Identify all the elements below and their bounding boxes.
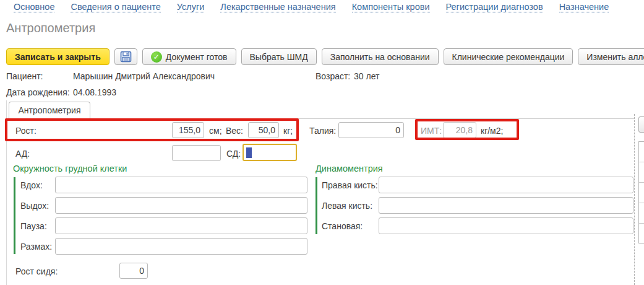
right-hand-input[interactable] [379, 177, 633, 193]
inhale-input[interactable] [55, 177, 307, 193]
nav-item-main[interactable]: Основное [14, 2, 54, 12]
waist-label: Талия: [309, 126, 336, 136]
weight-input[interactable] [248, 122, 279, 138]
top-nav: Основное Сведения о пациенте Услуги Лека… [14, 2, 609, 12]
right-hand-label: Правая кисть: [322, 180, 378, 190]
waist-input[interactable] [338, 122, 404, 138]
bmi-unit-label: кг/м2; [481, 126, 503, 136]
save-and-close-button[interactable]: Записать и закрыть [6, 48, 109, 65]
save-button[interactable] [114, 48, 137, 65]
sd-label: СД: [226, 149, 241, 159]
bmi-input [443, 122, 476, 138]
age-label: Возраст: [316, 71, 350, 81]
toolbar: Записать и закрыть ✓ Документ готов Выбр… [6, 48, 644, 65]
floppy-disk-icon [120, 51, 132, 63]
left-hand-input[interactable] [379, 197, 633, 214]
dynamometry-section-title: Динамоментрия [316, 164, 383, 173]
panel-splitter[interactable] [634, 114, 635, 285]
pause-input[interactable] [55, 217, 307, 234]
patient-label: Пациент: [6, 71, 43, 81]
height-label: Рост: [15, 126, 36, 136]
height-input[interactable] [172, 122, 204, 138]
range-input[interactable] [55, 238, 307, 255]
nav-item-services[interactable]: Услуги [177, 2, 205, 12]
dynamometry-section-bar [316, 177, 317, 234]
tabstrip-bottom-line [6, 118, 634, 119]
nav-item-drug-prescriptions[interactable]: Лекарственные назначения [220, 2, 335, 12]
fill-on-basis-button[interactable]: Заполнить на основании [322, 48, 439, 65]
exhale-input[interactable] [55, 197, 307, 214]
document-ready-label: Документ готов [166, 52, 228, 62]
nav-item-diagnosis-registrations[interactable]: Регистрации диагнозов [446, 2, 543, 12]
ad-label: АД: [15, 149, 30, 159]
document-ready-button[interactable]: ✓ Документ готов [142, 48, 236, 65]
range-label: Размах: [20, 242, 52, 252]
inhale-label: Вдох: [20, 180, 43, 190]
weight-label: Вес: [226, 126, 243, 136]
sitting-height-input[interactable] [119, 263, 148, 279]
change-allergy-button[interactable]: Изменить аллерг [578, 48, 644, 65]
deadlift-label: Становая: [322, 221, 363, 231]
exhale-label: Выдох: [20, 201, 49, 211]
chest-section-bar [14, 177, 15, 254]
clipped-side-button[interactable] [638, 116, 644, 133]
text-cursor [246, 147, 252, 158]
nav-item-blood-components[interactable]: Компоненты крови [352, 2, 430, 12]
ad-input[interactable] [172, 145, 221, 161]
weight-unit-label: кг; [283, 126, 293, 136]
chest-section-title: Окружность грудной клетки [13, 164, 127, 173]
deadlift-input[interactable] [379, 217, 633, 234]
nav-item-appointment[interactable]: Назначение [559, 2, 609, 12]
check-circle-icon: ✓ [151, 51, 162, 63]
age-value: 30 лет [354, 71, 379, 81]
pause-label: Пауза: [20, 221, 47, 231]
choose-shmd-button[interactable]: Выбрать ШМД [241, 48, 317, 65]
panel-left-border [6, 100, 7, 285]
height-unit-label: см; [209, 126, 222, 136]
tab-anthropometry[interactable]: Антропометрия [9, 102, 90, 119]
clipped-side-grid [638, 141, 644, 243]
clinical-recommendations-button[interactable]: Клинические рекомендации [444, 48, 573, 65]
anthropometry-window: Основное Сведения о пациенте Услуги Лека… [0, 0, 644, 285]
sitting-height-label: Рост сидя: [15, 266, 58, 276]
birth-date-value: 04.08.1993 [73, 87, 116, 97]
patient-name: Марышин Дмитрий Александрович [73, 71, 215, 81]
nav-item-patient-info[interactable]: Сведения о пациенте [71, 2, 160, 12]
left-hand-label: Левая кисть: [322, 201, 372, 211]
birth-date-label: Дата рождения: [6, 87, 70, 97]
bmi-label: ИМТ: [421, 126, 442, 136]
page-title: Антропометрия [6, 21, 95, 35]
